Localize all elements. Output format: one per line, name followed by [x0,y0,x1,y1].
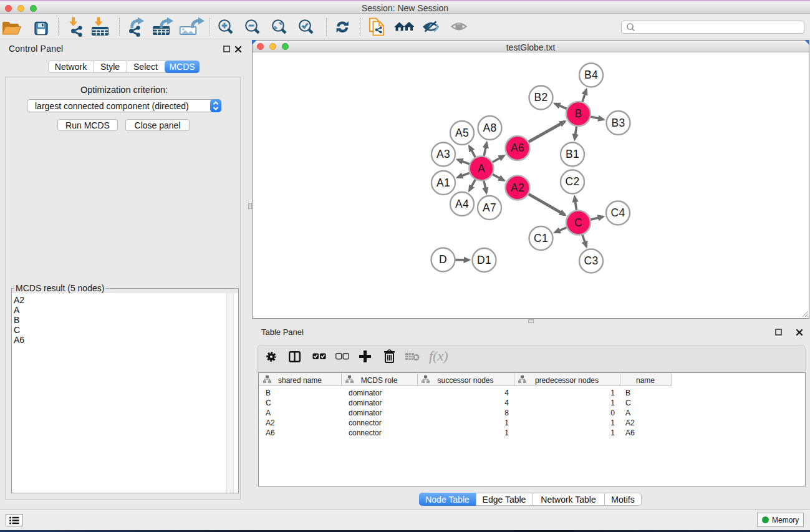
svg-text:A4: A4 [455,198,469,210]
svg-text:C2: C2 [566,175,580,188]
svg-text:B3: B3 [611,117,625,129]
svg-text:B1: B1 [566,148,579,160]
svg-text:C1: C1 [534,232,548,244]
svg-text:C3: C3 [584,254,599,267]
svg-text:A6: A6 [511,142,524,154]
svg-text:A5: A5 [455,127,469,139]
svg-text:B4: B4 [584,69,598,81]
svg-text:A7: A7 [483,201,496,214]
svg-text:A: A [478,162,485,175]
svg-text:A3: A3 [436,148,450,160]
svg-text:A2: A2 [511,181,524,194]
svg-text:D1: D1 [477,254,491,266]
svg-text:C4: C4 [611,206,625,219]
svg-text:A8: A8 [483,122,496,134]
svg-text:B: B [575,107,582,120]
svg-text:B2: B2 [534,91,547,104]
svg-text:A1: A1 [436,177,450,189]
svg-text:C: C [574,216,582,229]
svg-text:D: D [439,253,447,266]
